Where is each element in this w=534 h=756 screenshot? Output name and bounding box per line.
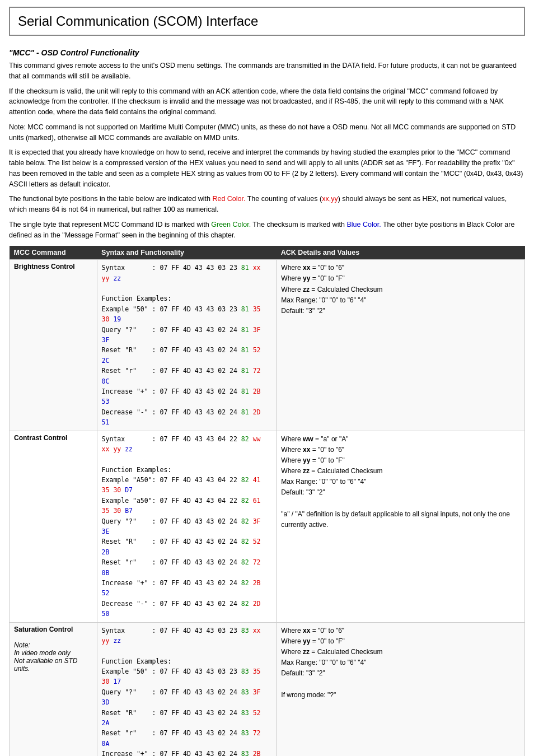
section-title: "MCC" - OSD Control Functionality — [9, 48, 525, 57]
saturation-ex4: Reset "r" : 07 FF 4D 43 43 02 24 83 72 0… — [102, 729, 261, 747]
xx-yy-ref: xx,yy — [322, 195, 338, 203]
contrast-syntax-line: Syntax : 07 FF 4D 43 43 04 22 82 ww xx y… — [102, 435, 261, 453]
col-header-command: MCC Command — [10, 246, 97, 260]
ack-brightness: Where xx = "0" to "6" Where yy = "0" to … — [277, 260, 525, 431]
ack-contrast: Where ww = "a" or "A" Where xx = "0" to … — [277, 431, 525, 622]
para-5: The functional byte positions in the tab… — [9, 194, 525, 215]
para-4: It is expected that you already have kno… — [9, 147, 525, 189]
saturation-note: Note:In video mode onlyNot available on … — [14, 641, 77, 673]
page-title: Serial Communication (SCOM) Interface — [18, 13, 516, 29]
brightness-ex4: Reset "r" : 07 FF 4D 43 43 02 24 81 72 0… — [102, 367, 261, 385]
table-row: Contrast Control Syntax : 07 FF 4D 43 43… — [10, 431, 525, 622]
brightness-ex3: Reset "R" : 07 FF 4D 43 43 02 24 81 52 2… — [102, 346, 261, 364]
contrast-ex2: Example "a50": 07 FF 4D 43 43 04 22 82 6… — [102, 497, 261, 515]
saturation-syntax-line: Syntax : 07 FF 4D 43 43 03 23 83 xx yy z… — [102, 627, 261, 645]
brightness-syntax-line: Syntax : 07 FF 4D 43 43 03 23 81 xx yy z… — [102, 264, 261, 282]
cmd-name-contrast: Contrast Control — [10, 431, 97, 622]
page-header: Serial Communication (SCOM) Interface — [9, 7, 525, 36]
para-3: Note: MCC command is not supported on Ma… — [9, 122, 525, 143]
page-wrapper: Serial Communication (SCOM) Interface "M… — [0, 0, 534, 756]
green-color-ref: Green Color. — [211, 221, 251, 228]
blue-color-ref: Blue Color. — [346, 221, 381, 228]
red-color-ref: Red Color. — [212, 195, 245, 203]
brightness-ex6: Decrease "-" : 07 FF 4D 43 43 02 24 81 2… — [102, 408, 261, 426]
saturation-ex5: Increase "+" : 07 FF 4D 43 43 02 24 83 2… — [102, 750, 261, 756]
contrast-ex6: Increase "+" : 07 FF 4D 43 43 02 24 82 2… — [102, 579, 261, 597]
table-header-row: MCC Command Syntax and Functionality ACK… — [10, 246, 525, 260]
col-header-ack: ACK Details and Values — [277, 246, 525, 260]
para-6: The single byte that represent MCC Comma… — [9, 220, 525, 241]
func-examples-label-2: Function Examples: — [102, 466, 172, 474]
para-1: This command gives remote access to the … — [9, 60, 525, 82]
brightness-ex2: Query "?" : 07 FF 4D 43 43 02 24 81 3F 3… — [102, 326, 261, 344]
brightness-ex5: Increase "+" : 07 FF 4D 43 43 02 24 81 2… — [102, 388, 261, 405]
cmd-name-saturation: Saturation Control Note:In video mode on… — [10, 622, 97, 756]
func-examples-label-3: Function Examples: — [102, 657, 172, 665]
syntax-contrast: Syntax : 07 FF 4D 43 43 04 22 82 ww xx y… — [97, 431, 277, 622]
para-2: If the checksum is valid, the unit will … — [9, 86, 525, 118]
main-content: "MCC" - OSD Control Functionality This c… — [0, 40, 534, 756]
contrast-ex4: Reset "R" : 07 FF 4D 43 43 02 24 82 52 2… — [102, 538, 261, 556]
syntax-brightness: Syntax : 07 FF 4D 43 43 03 23 81 xx yy z… — [97, 260, 277, 431]
contrast-ex5: Reset "r" : 07 FF 4D 43 43 02 24 82 72 0… — [102, 558, 261, 576]
brightness-ex1: Example "50" : 07 FF 4D 43 43 03 23 81 3… — [102, 305, 261, 323]
saturation-ex1: Example "50" : 07 FF 4D 43 43 03 23 83 3… — [102, 668, 261, 685]
syntax-saturation: Syntax : 07 FF 4D 43 43 03 23 83 xx yy z… — [97, 622, 277, 756]
mcc-table: MCC Command Syntax and Functionality ACK… — [9, 246, 525, 756]
table-row: Saturation Control Note:In video mode on… — [10, 622, 525, 756]
cmd-name-brightness: Brightness Control — [10, 260, 97, 431]
col-header-syntax: Syntax and Functionality — [97, 246, 277, 260]
contrast-ex7: Decrease "-" : 07 FF 4D 43 43 02 24 82 2… — [102, 600, 261, 618]
saturation-ex3: Reset "R" : 07 FF 4D 43 43 02 24 83 52 2… — [102, 709, 261, 727]
saturation-ex2: Query "?" : 07 FF 4D 43 43 02 24 83 3F 3… — [102, 688, 261, 706]
table-row: Brightness Control Syntax : 07 FF 4D 43 … — [10, 260, 525, 431]
contrast-ex1: Example "A50": 07 FF 4D 43 43 04 22 82 4… — [102, 476, 261, 494]
ack-saturation: Where xx = "0" to "6" Where yy = "0" to … — [277, 622, 525, 756]
func-examples-label: Function Examples: — [102, 295, 172, 302]
contrast-ex3: Query "?" : 07 FF 4D 43 43 02 24 82 3F 3… — [102, 517, 261, 535]
